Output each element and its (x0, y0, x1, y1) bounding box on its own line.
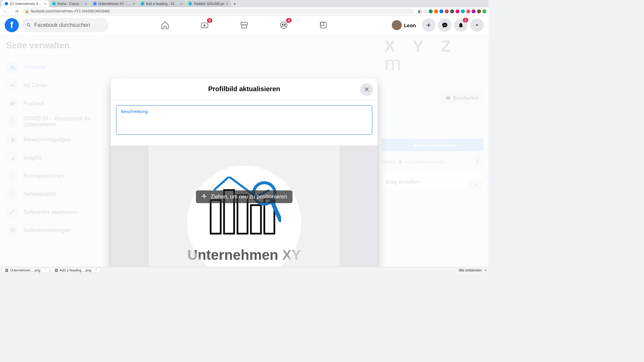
lock-icon: 🔒 (25, 9, 29, 13)
extension-icon[interactable] (450, 9, 454, 13)
badge: 2 (463, 18, 468, 22)
nav-home[interactable] (147, 17, 183, 34)
star-icon[interactable]: ☆ (423, 9, 429, 14)
extension-icon[interactable] (482, 9, 486, 13)
downloads-bar: 🖼 Unternehmen….png ⌃ 🖼 Add a heading….pn… (0, 267, 488, 274)
crop-circle-mask (187, 166, 301, 274)
create-button[interactable] (422, 18, 435, 32)
extension-icon[interactable] (455, 9, 460, 13)
close-icon[interactable]: × (44, 2, 46, 6)
update-profile-picture-modal: Profilbild aktualisieren ✕ Beschreibung (111, 78, 378, 274)
profile-name: Leon (404, 22, 416, 28)
close-icon[interactable]: × (226, 2, 228, 6)
tab-title: Titelbild: 820x360 px (194, 2, 224, 6)
home-icon (161, 21, 169, 29)
close-icon: ✕ (364, 85, 370, 94)
url-input[interactable]: 🔒 facebook.com/Unternehmen-XYZ-104338234… (22, 8, 415, 14)
svg-rect-5 (320, 22, 324, 25)
tab-title: Unternehmen XY - Logo (98, 2, 131, 6)
account-menu-button[interactable] (470, 18, 484, 32)
chevron-up-icon[interactable]: ⌃ (95, 269, 98, 272)
close-icon[interactable]: × (133, 2, 135, 6)
back-button[interactable]: ← (2, 9, 8, 14)
bell-icon (458, 22, 464, 28)
svg-rect-4 (320, 22, 326, 28)
center-nav: 9 4 (147, 17, 342, 34)
facebook-logo[interactable]: f (5, 18, 19, 32)
modal-header: Profilbild aktualisieren ✕ (111, 78, 378, 100)
download-chip[interactable]: 🖼 Unternehmen….png ⌃ (2, 268, 50, 273)
download-filename: Add a heading….png (60, 268, 91, 272)
drag-hint: Ziehen, um neu zu positionieren (196, 190, 292, 203)
uploaded-photo[interactable]: Unternehmen XY example.com Ziehen, um ne… (149, 145, 340, 274)
search-icon (26, 22, 32, 28)
tab-title: Add a heading - 16in × 9in (146, 2, 178, 6)
svg-point-2 (282, 24, 283, 25)
extension-icon[interactable] (472, 9, 476, 13)
show-all-downloads[interactable]: Alle einblenden (459, 268, 482, 272)
profile-chip[interactable]: Leon (390, 19, 419, 32)
favicon-icon (5, 2, 8, 5)
photo-crop-area[interactable]: Unternehmen XY example.com Ziehen, um ne… (111, 145, 378, 274)
browser-tab[interactable]: Add a heading - 16in × 9in × (138, 0, 185, 7)
badge: 4 (286, 18, 291, 23)
file-icon: 🖼 (55, 268, 58, 272)
search-input[interactable]: Facebook durchsuchen (21, 18, 109, 32)
browser-tab[interactable]: Home - Canva × (50, 0, 90, 7)
gcast-icon[interactable]: ◧ (417, 9, 423, 14)
favicon-icon (141, 2, 144, 5)
extension-icon[interactable] (477, 9, 481, 13)
file-icon: 🖼 (5, 268, 8, 272)
forward-button[interactable]: → (8, 9, 14, 14)
browser-tab[interactable]: Titelbild: 820x360 px × (186, 0, 231, 7)
new-tab-button[interactable]: + (232, 1, 238, 7)
marketplace-icon (240, 21, 249, 29)
svg-point-3 (284, 24, 285, 25)
extension-icons (429, 9, 486, 13)
nav-groups[interactable]: 4 (265, 17, 302, 34)
browser-tab-strip: (2) Unternehmen XYZ | Faceb… × Home - Ca… (0, 0, 488, 7)
avatar (392, 20, 402, 30)
extension-icon[interactable] (466, 9, 470, 13)
url-text: facebook.com/Unternehmen-XYZ-10433823463… (31, 9, 110, 13)
browser-tab[interactable]: Unternehmen XY - Logo × (91, 0, 138, 7)
description-label: Beschreibung (121, 109, 367, 114)
favicon-icon (93, 2, 97, 5)
facebook-header: f Facebook durchsuchen 9 4 Leon 2 (0, 15, 488, 35)
modal-title: Profilbild aktualisieren (208, 85, 280, 93)
header-right: Leon 2 (390, 18, 484, 32)
notifications-button[interactable]: 2 (454, 18, 468, 32)
favicon-icon (189, 2, 192, 5)
description-input[interactable]: Beschreibung (116, 105, 372, 135)
nav-gaming[interactable] (305, 17, 342, 34)
close-icon[interactable]: × (85, 2, 87, 6)
address-bar: ← → ⟳ 🔒 facebook.com/Unternehmen-XYZ-104… (0, 7, 488, 15)
extension-icon[interactable] (461, 9, 465, 13)
messenger-button[interactable] (438, 18, 451, 32)
plus-icon (426, 22, 432, 28)
close-icon[interactable]: × (180, 2, 182, 6)
tab-title: (2) Unternehmen XYZ | Faceb… (10, 2, 42, 6)
svg-point-1 (280, 22, 287, 28)
messenger-icon (442, 22, 448, 28)
extension-icon[interactable] (429, 9, 433, 13)
nav-marketplace[interactable] (226, 17, 263, 34)
close-button[interactable]: ✕ (360, 83, 373, 96)
download-chip[interactable]: 🖼 Add a heading….png ⌃ (52, 268, 101, 273)
badge: 9 (207, 18, 212, 23)
search-placeholder: Facebook durchsuchen (34, 22, 90, 28)
gaming-icon (319, 21, 328, 29)
browser-tab-active[interactable]: (2) Unternehmen XYZ | Faceb… × (2, 0, 49, 7)
extension-icon[interactable] (445, 9, 449, 13)
download-filename: Unternehmen….png (10, 268, 40, 272)
move-icon (201, 194, 207, 200)
tab-title: Home - Canva (57, 2, 83, 6)
extension-icon[interactable] (439, 9, 443, 13)
chevron-down-icon (474, 22, 480, 28)
close-icon[interactable]: × (484, 268, 486, 272)
extension-icon[interactable] (434, 9, 438, 13)
reload-button[interactable]: ⟳ (14, 9, 20, 14)
drag-hint-label: Ziehen, um neu zu positionieren (211, 194, 287, 200)
nav-watch[interactable]: 9 (186, 17, 223, 34)
chevron-up-icon[interactable]: ⌃ (44, 269, 47, 272)
